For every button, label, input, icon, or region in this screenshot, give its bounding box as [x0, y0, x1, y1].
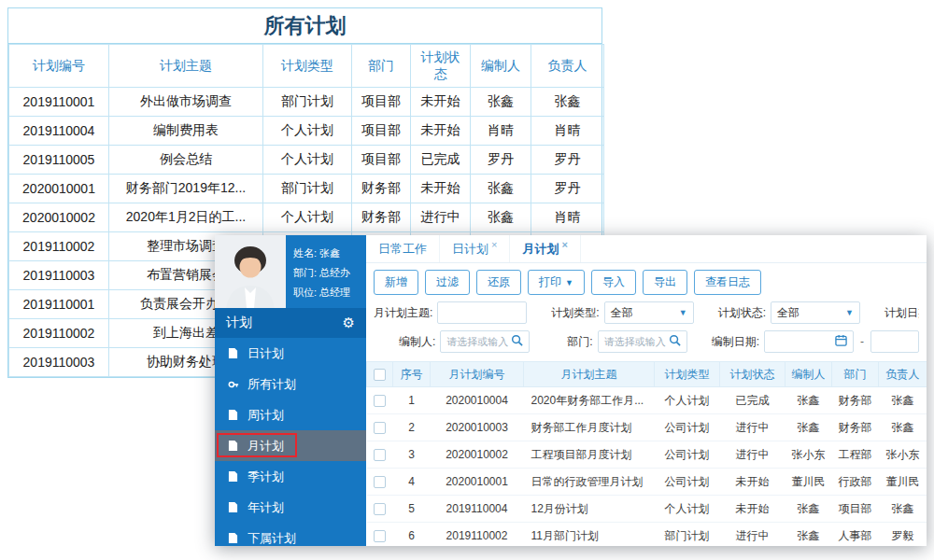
row-checkbox[interactable] [374, 449, 386, 461]
dept-filter-input[interactable]: 请选择或输入 [598, 330, 687, 353]
sidebar-item-weekly-plan[interactable]: 周计划 [215, 399, 366, 430]
cell-owner-link[interactable]: 张鑫 [879, 496, 927, 523]
sidebar-item-label: 季计划 [248, 469, 284, 485]
cell-plan-id-link[interactable]: 2020010001 [431, 469, 524, 496]
cell-owner-link[interactable]: 张鑫 [879, 414, 927, 441]
row-checkbox[interactable] [374, 503, 386, 515]
cell-type: 个人计划 [263, 203, 352, 232]
type-filter-select[interactable]: 全部 ▼ [604, 301, 694, 324]
cell-compiler-link[interactable]: 张鑫 [785, 414, 832, 441]
monthly-plan-row[interactable]: 1 2020010004 2020年财务部工作月... 个人计划 已完成 张鑫 … [367, 387, 927, 414]
sidebar-item-daily-plan[interactable]: 日计划 [215, 338, 366, 369]
profile-info: 姓名: 张鑫 部门: 总经办 职位: 总经理 [286, 235, 350, 308]
sidebar-item-label: 周计划 [248, 407, 284, 424]
cell-subject-link[interactable]: 工程项目部月度计划 [524, 441, 655, 469]
col-type: 计划类型 [655, 362, 720, 387]
avatar [215, 235, 286, 308]
calendar-icon[interactable] [835, 334, 847, 349]
cell-compiler-link[interactable]: 张鑫 [785, 523, 832, 547]
cell-plan-id-link[interactable]: 2019110002 [431, 523, 524, 547]
col-subject: 月计划主题 [524, 362, 655, 387]
all-plans-row[interactable]: 2019110004 编制费用表 个人计划 项目部 未开始 肖晴 肖晴 [9, 117, 604, 146]
search-icon[interactable] [669, 334, 681, 349]
search-icon[interactable] [511, 334, 523, 349]
cell-status: 进行中 [720, 441, 785, 469]
row-checkbox[interactable] [374, 395, 386, 407]
all-plans-row[interactable]: 2020010001 财务部门2019年12... 部门计划 财务部 未开始 张… [9, 175, 604, 203]
row-checkbox[interactable] [374, 422, 386, 434]
close-icon[interactable]: × [491, 239, 497, 250]
monthly-plan-row[interactable]: 5 2019110004 12月份计划 个人计划 未开始 张鑫 项目部 张鑫 [367, 496, 927, 523]
row-checkbox[interactable] [374, 476, 386, 488]
monthly-plan-row[interactable]: 3 2020010002 工程项目部月度计划 公司计划 进行中 张小东 工程部 … [367, 441, 927, 469]
col-plan-id: 月计划编号 [431, 362, 524, 387]
cell-subject: 编制费用表 [109, 117, 263, 146]
compile-date-end-input[interactable] [870, 330, 919, 353]
cell-owner-link[interactable]: 张小东 [879, 441, 927, 469]
sidebar-item-yearly-plan[interactable]: 年计划 [215, 492, 366, 523]
cell-plan-id-link[interactable]: 2020010004 [431, 387, 524, 414]
cell-subject-link[interactable]: 11月部门计划 [524, 523, 655, 547]
export-button[interactable]: 导出 [643, 270, 687, 295]
sidebar-item-quarterly-plan[interactable]: 季计划 [215, 461, 366, 492]
cell-type: 公司计划 [655, 441, 720, 469]
all-plans-row[interactable]: 2019110005 例会总结 个人计划 项目部 已完成 罗丹 罗丹 [9, 146, 604, 175]
cell-status: 已完成 [411, 146, 471, 175]
cell-plan-id-link[interactable]: 2019110004 [431, 496, 524, 523]
tab-monthly-plan[interactable]: 月计划 × [510, 235, 580, 262]
cell-owner-link[interactable]: 董川民 [879, 469, 927, 496]
cell-subject-link[interactable]: 财务部工作月度计划 [524, 414, 655, 441]
cell-subject-link[interactable]: 2020年财务部工作月... [524, 387, 655, 414]
monthly-plan-row[interactable]: 4 2020010001 日常的行政管理月计划 公司计划 未开始 董川民 行政部… [367, 469, 927, 496]
all-plans-row[interactable]: 2020010002 2020年1月2日的工... 个人计划 财务部 进行中 张… [9, 203, 604, 232]
cell-plan-id-link[interactable]: 2020010002 [431, 441, 524, 469]
gear-icon[interactable]: ⚙ [343, 315, 355, 331]
status-filter-select[interactable]: 全部 ▼ [771, 301, 860, 324]
cell-dept: 财务部 [352, 175, 411, 203]
col-subject: 计划主题 [109, 45, 263, 88]
add-button[interactable]: 新增 [374, 270, 418, 295]
subject-filter-input[interactable] [437, 301, 527, 324]
cell-compiler-link[interactable]: 张鑫 [785, 496, 832, 523]
row-checkbox[interactable] [374, 530, 386, 542]
view-log-button[interactable]: 查看日志 [694, 270, 761, 295]
sidebar-item-label: 日计划 [248, 345, 284, 362]
col-owner: 负责人 [879, 362, 927, 387]
cell-dept: 工程部 [832, 441, 879, 469]
compiler-filter-input[interactable]: 请选择或输入 [440, 330, 530, 353]
close-icon[interactable]: × [561, 239, 567, 250]
tab-bar: 日常工作 日计划 × 月计划 × [366, 235, 927, 263]
compiler-filter-label: 编制人: [399, 334, 435, 350]
subject-filter-label: 月计划主题: [374, 305, 432, 321]
reset-button[interactable]: 还原 [476, 270, 521, 295]
sidebar-item-subordinate-plans[interactable]: 下属计划 [215, 523, 366, 546]
key-icon [228, 379, 248, 390]
select-all-checkbox[interactable] [374, 369, 386, 381]
cell-status: 已完成 [720, 387, 785, 414]
tab-daily-plan[interactable]: 日计划 × [440, 235, 510, 262]
sidebar-item-all-plans[interactable]: 所有计划 [215, 369, 366, 399]
cell-owner-link[interactable]: 罗毅 [879, 523, 927, 547]
filter-button[interactable]: 过滤 [425, 270, 470, 295]
monthly-plan-row[interactable]: 2 2020010003 财务部工作月度计划 公司计划 进行中 张鑫 财务部 张… [367, 414, 927, 441]
cell-compiler-link[interactable]: 董川民 [785, 469, 832, 496]
cell-compiler-link[interactable]: 张小东 [785, 441, 832, 469]
cell-subject-link[interactable]: 日常的行政管理月计划 [524, 469, 655, 496]
tab-daily-work[interactable]: 日常工作 [366, 235, 440, 262]
compile-date-start-input[interactable] [764, 330, 854, 353]
print-button[interactable]: 打印 ▼ [528, 270, 585, 295]
cell-status: 未开始 [720, 496, 785, 523]
monthly-plan-row[interactable]: 6 2019110002 11月部门计划 部门计划 进行中 张鑫 人事部 罗毅 [367, 523, 927, 547]
document-icon [228, 501, 248, 513]
cell-owner-link[interactable]: 张鑫 [879, 387, 927, 414]
cell-compiler-link[interactable]: 张鑫 [785, 387, 832, 414]
cell-compiler: 张鑫 [471, 88, 531, 117]
cell-subject-link[interactable]: 12月份计划 [524, 496, 655, 523]
cell-no: 5 [393, 496, 431, 523]
profile-name: 姓名: 张鑫 [293, 244, 350, 263]
filter-row-1: 月计划主题: 计划类型: 全部 ▼ 计划状态: 全部 ▼ 计划日期: [374, 301, 919, 324]
cell-plan-id-link[interactable]: 2020010003 [431, 414, 524, 441]
import-button[interactable]: 导入 [591, 270, 636, 295]
all-plans-row[interactable]: 2019110001 外出做市场调查 部门计划 项目部 未开始 张鑫 张鑫 [9, 88, 604, 117]
sidebar-item-monthly-plan[interactable]: 月计划 [215, 430, 366, 461]
